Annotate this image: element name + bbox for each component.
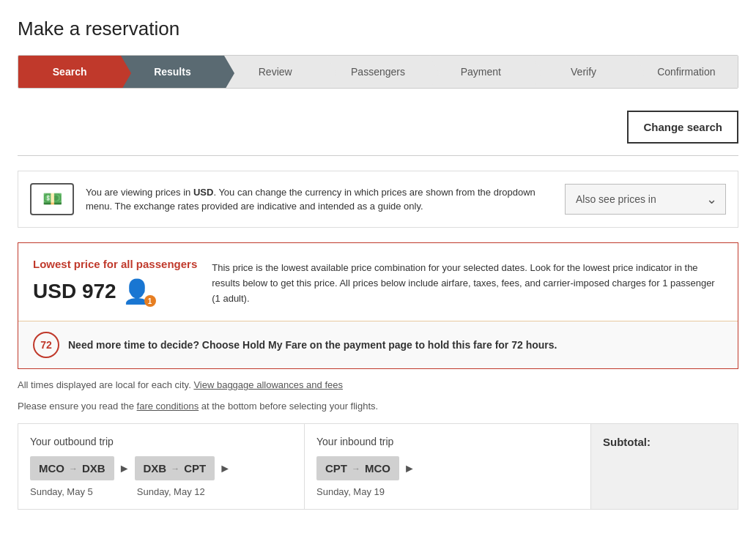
outbound-seg1-date: Sunday, May 5 — [30, 486, 93, 497]
currency-notice-text1: You are viewing prices in — [86, 187, 193, 198]
hold-fare-icon-label: 72 — [40, 339, 52, 351]
subtotal-label: Subtotal: — [603, 436, 651, 448]
inbound-trip-col: Your inbound trip CPT → MCO ► Sunday, Ma… — [305, 424, 591, 509]
progress-step-payment[interactable]: Payment — [429, 56, 532, 88]
outbound-seg2-circle: → — [171, 464, 179, 474]
inbound-seg1-to: MCO — [365, 462, 390, 475]
lowest-price-top: Lowest price for all passengers USD 972 … — [18, 243, 738, 321]
divider — [18, 155, 738, 156]
currency-icon: 💵 — [30, 183, 74, 215]
fare-conditions-suffix: at the bottom before selecting your flig… — [199, 401, 378, 412]
inbound-seg1-chip: CPT → MCO — [316, 456, 399, 480]
price-left: Lowest price for all passengers USD 972 … — [33, 258, 197, 306]
lowest-price-label: Lowest price for all passengers — [33, 258, 197, 270]
baggage-link[interactable]: View baggage allowances and fees — [193, 379, 343, 390]
outbound-trip-label: Your outbound trip — [30, 436, 292, 447]
outbound-seg2-from: DXB — [144, 462, 167, 475]
hold-fare-text: Need more time to decide? Choose Hold My… — [68, 339, 557, 351]
fare-conditions-line: Please ensure you read the fare conditio… — [18, 401, 738, 412]
price-amount: USD 972 👤 1 — [33, 278, 197, 305]
progress-step-verify[interactable]: Verify — [532, 56, 634, 88]
currency-text: You are viewing prices in USD. You can c… — [86, 185, 553, 214]
outbound-trip-col: Your outbound trip MCO → DXB ► DXB → CPT… — [18, 424, 305, 509]
outbound-seg2-arrow-icon: ► — [219, 462, 231, 475]
subtotal-col: Subtotal: — [591, 424, 738, 509]
outbound-seg2-chip: DXB → CPT — [135, 456, 215, 480]
inbound-segment1: CPT → MCO ► — [316, 456, 579, 480]
progress-step-confirmation[interactable]: Confirmation — [635, 56, 738, 88]
progress-step-search[interactable]: Search — [18, 56, 121, 88]
price-description: This price is the lowest available price… — [212, 258, 723, 306]
price-value: USD 972 — [33, 280, 116, 303]
outbound-seg1-arrow-icon: ► — [119, 462, 130, 475]
baggage-info-line: All times displayed are local for each c… — [18, 379, 738, 390]
change-search-button[interactable]: Change search — [627, 111, 738, 144]
baggage-info-prefix: All times displayed are local for each c… — [18, 379, 193, 390]
trips-section: Your outbound trip MCO → DXB ► DXB → CPT… — [18, 423, 738, 510]
hold-fare-icon: 72 — [33, 332, 59, 358]
inbound-seg1-date: Sunday, May 19 — [316, 486, 579, 497]
progress-step-review[interactable]: Review — [224, 56, 327, 88]
outbound-seg2-to: CPT — [184, 462, 206, 475]
page-title: Make a reservation — [18, 18, 738, 40]
passenger-count-badge: 1 — [144, 295, 156, 307]
change-search-area: Change search — [18, 111, 738, 144]
inbound-seg1-circle: → — [352, 464, 360, 474]
progress-step-passengers[interactable]: Passengers — [327, 56, 429, 88]
also-see-prices-select[interactable]: Also see prices in — [565, 184, 726, 215]
currency-notice: 💵 You are viewing prices in USD. You can… — [18, 171, 738, 228]
inbound-trip-label: Your inbound trip — [316, 436, 579, 447]
lowest-price-box: Lowest price for all passengers USD 972 … — [18, 242, 738, 369]
outbound-seg2-date: Sunday, May 12 — [137, 486, 205, 497]
currency-code: USD — [193, 187, 213, 198]
outbound-segment1: MCO → DXB ► DXB → CPT ► — [30, 456, 292, 480]
outbound-seg1-from: MCO — [39, 462, 64, 475]
fare-conditions-link[interactable]: fare conditions — [137, 401, 199, 412]
hold-fare-bar: 72 Need more time to decide? Choose Hold… — [18, 321, 738, 368]
outbound-seg1-from-chip: MCO → DXB — [30, 456, 114, 480]
outbound-seg1-to: DXB — [82, 462, 105, 475]
progress-step-results[interactable]: Results — [121, 56, 223, 88]
inbound-seg1-from: CPT — [325, 462, 347, 475]
fare-conditions-prefix: Please ensure you read the — [18, 401, 137, 412]
also-see-prices-dropdown-wrapper[interactable]: Also see prices in ⌄ — [565, 184, 726, 215]
money-icon: 💵 — [42, 190, 62, 209]
passenger-icon-badge: 👤 1 — [122, 278, 152, 305]
progress-bar: Search Results Review Passengers Payment… — [18, 55, 738, 89]
outbound-seg1-circle: → — [69, 464, 78, 474]
inbound-seg1-arrow-icon: ► — [404, 462, 415, 475]
